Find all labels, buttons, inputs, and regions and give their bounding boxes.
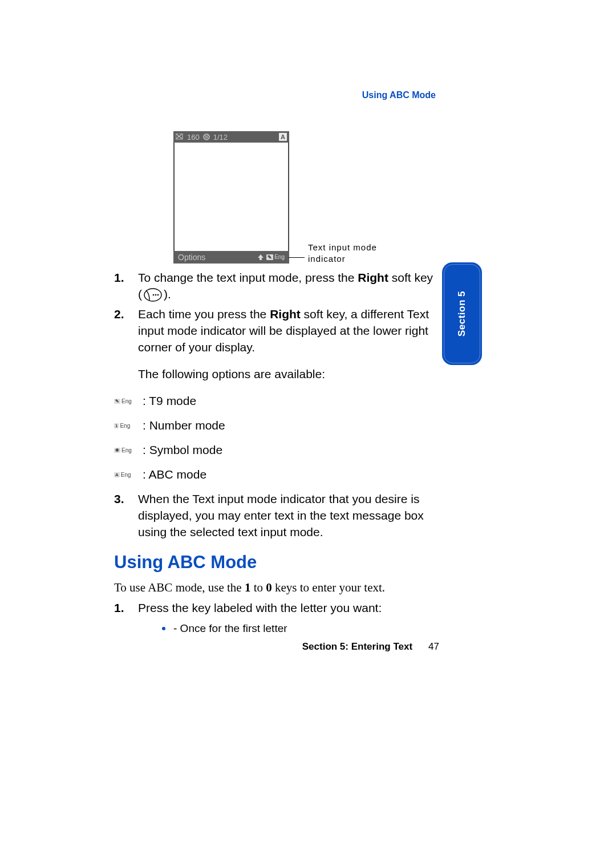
softkey-right-icon: [143, 287, 163, 302]
mode-number: 1Eng : Number mode: [114, 418, 439, 434]
phone-text-area: [173, 143, 289, 251]
body-column: 1. To change the text input mode, press …: [114, 270, 439, 544]
options-available-text: The following options are available:: [138, 366, 439, 383]
abc-intro-text: To use ABC mode, use the 1 to 0 keys to …: [114, 580, 451, 596]
step-2: 2. Each time you press the Right soft ke…: [114, 306, 439, 356]
page-circle-icon: [203, 133, 210, 140]
step-1: 1. To change the text input mode, press …: [114, 270, 439, 303]
mode-t9: ✎Eng : T9 mode: [114, 393, 439, 410]
svg-point-9: [155, 294, 157, 296]
mode-symbol: ❋Eng : Symbol mode: [114, 442, 439, 459]
phone-status-bar: 160 1/12 A: [173, 131, 289, 143]
phone-screenshot: 160 1/12 A Options ✎Eng: [173, 131, 289, 264]
bullet-once: - Once for the first letter: [162, 621, 439, 636]
bullet-dot-icon: [162, 627, 165, 630]
section-tab: Section 5: [442, 262, 482, 365]
footer-section-label: Section 5: Entering Text: [302, 641, 412, 652]
modes-list: ✎Eng : T9 mode 1Eng : Number mode ❋Eng :…: [114, 393, 439, 483]
no-signal-icon: [176, 133, 184, 140]
heading-using-abc-mode: Using ABC Mode: [114, 552, 257, 573]
mode-abc: AEng : ABC mode: [114, 467, 439, 483]
svg-point-8: [153, 294, 155, 296]
body-column-2: 1. Press the key labeled with the letter…: [114, 600, 439, 636]
document-page: Using ABC Mode 160 1/12 A Options: [0, 0, 616, 851]
page-footer: Section 5: Entering Text47: [114, 641, 439, 653]
running-header: Using ABC Mode: [362, 90, 436, 100]
svg-point-10: [157, 294, 159, 296]
annotation-text: Text input mode indicator: [308, 242, 377, 265]
footer-page-number: 47: [428, 641, 439, 652]
phone-softkey-bar: Options ✎Eng: [173, 251, 289, 264]
softkey-left-label: Options: [178, 253, 205, 262]
page-count: 1/12: [213, 133, 228, 141]
mode-indicator-icon: ✎Eng: [266, 254, 285, 260]
abc-step-1: 1. Press the key labeled with the letter…: [114, 600, 439, 617]
shift-icon: [257, 254, 264, 261]
char-count: 160: [187, 133, 200, 141]
leader-line: [289, 257, 305, 258]
mode-letter-icon: A: [279, 133, 287, 141]
step-3: 3. When the Text input mode indicator th…: [114, 491, 439, 541]
